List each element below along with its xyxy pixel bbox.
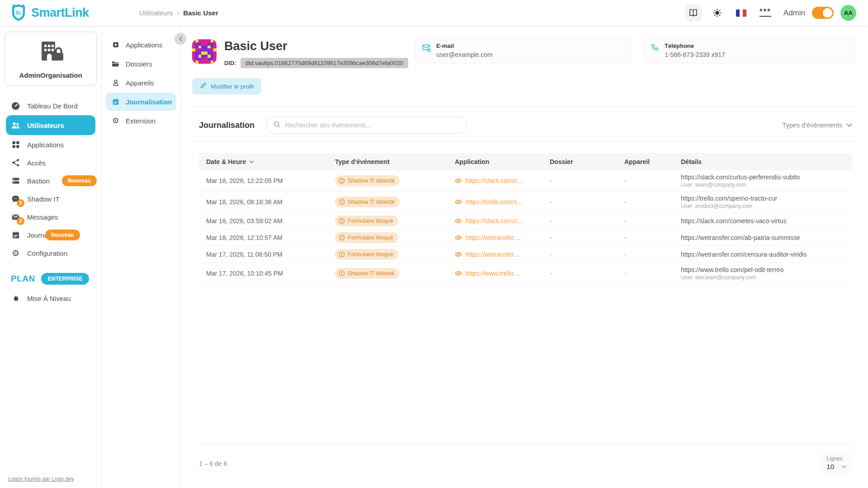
tab-dossiers[interactable]: Dossiers: [106, 55, 176, 73]
main-nav: Tableau De Bord Utilisateurs Application…: [0, 97, 101, 262]
cell-appareil: -: [617, 230, 674, 246]
tab-label: Applications: [126, 41, 162, 49]
sidebar-item-dashboard[interactable]: Tableau De Bord: [0, 97, 101, 115]
table-row: Mar 18, 2026, 12:22:05 PM Shadow IT déte…: [199, 170, 852, 192]
detail-url: https://trello.com/sperno-tracto-cur: [681, 195, 845, 202]
event-type-badge: Shadow IT détecté: [335, 175, 400, 186]
log-toolbar: Journalisation Types d'événements: [199, 117, 852, 134]
organisation-building-lock-icon: [35, 39, 66, 67]
sidebar-item-applications[interactable]: Applications: [0, 136, 101, 154]
pagination-range: 1 – 6 de 6: [199, 460, 227, 467]
breadcrumb-section[interactable]: Utilisateurs: [139, 9, 173, 17]
organisation-name: AdminOrganisation: [8, 71, 94, 79]
event-type-badge: Shadow IT détecté: [335, 197, 400, 207]
person-icon: [111, 79, 120, 87]
alert-circle-icon: [339, 270, 345, 277]
cell-date: Mar 18, 2026, 12:22:05 PM: [199, 170, 328, 192]
sidebar-item-shadow-it[interactable]: 3 Shadow IT: [0, 190, 101, 208]
pencil-icon: [200, 82, 207, 90]
brand-name: SmartLink: [31, 6, 89, 20]
application-link[interactable]: https://wetransfer....: [455, 251, 535, 258]
calendar-icon: [111, 98, 120, 106]
cell-dossier: -: [542, 170, 617, 192]
alert-circle-icon: [339, 235, 345, 241]
user-identicon-avatar: [192, 39, 217, 64]
docs-book-icon[interactable]: [685, 5, 702, 22]
messages-count-badge: 2: [17, 217, 24, 225]
detail-user: User: team@company.com: [681, 182, 845, 188]
gear-icon: ⚙: [11, 249, 20, 258]
application-link[interactable]: https://www.trello....: [455, 270, 535, 277]
table-pagination: 1 – 6 de 6 Lignes 10: [199, 444, 852, 474]
search-input[interactable]: [285, 122, 460, 129]
sidebar-item-access[interactable]: Accès: [0, 154, 101, 172]
section-divider: [192, 106, 859, 107]
table-row: Mar 17, 2026, 11:08:50 PM Formulaire blo…: [199, 246, 852, 263]
sidebar-item-configuration[interactable]: ⚙ Configuration: [0, 244, 101, 262]
flame-icon: [11, 294, 20, 303]
tab-journalisation[interactable]: Journalisation: [106, 93, 176, 111]
event-type-badge: Shadow IT détecté: [335, 268, 400, 279]
cell-appareil: -: [617, 246, 674, 263]
brand-logo[interactable]: SL SmartLink: [10, 3, 128, 23]
table-row: Mar 17, 2026, 10:10:45 PM Shadow IT déte…: [199, 263, 852, 284]
tab-extension[interactable]: ⚙ Extension: [106, 112, 176, 130]
eye-icon: [455, 235, 462, 241]
svg-text:SL: SL: [15, 10, 22, 15]
tab-applications[interactable]: Applications: [106, 36, 176, 54]
alert-circle-icon: [339, 251, 345, 258]
event-types-dropdown[interactable]: Types d'événements: [782, 122, 852, 129]
language-flag-icon[interactable]: [733, 5, 750, 22]
sidebar-item-upgrade[interactable]: Mise À Niveau: [0, 289, 101, 307]
application-link[interactable]: https://wetransfer....: [455, 234, 535, 241]
sort-chevron-icon: [249, 160, 254, 164]
email-card: E-mail user@example.com: [415, 37, 632, 64]
organisation-card[interactable]: AdminOrganisation: [5, 32, 97, 86]
application-link[interactable]: https://slack.com/c...: [455, 217, 535, 225]
log-section-title: Journalisation: [199, 121, 255, 130]
server-icon: [11, 176, 20, 186]
table-divider: [192, 141, 859, 141]
rows-per-page-select[interactable]: Lignes 10: [821, 452, 852, 474]
cell-dossier: -: [542, 192, 617, 213]
application-link[interactable]: https://slack.com/c...: [455, 177, 535, 184]
edit-profile-button[interactable]: Modifier le profil: [192, 78, 261, 94]
envelope-icon: [422, 43, 431, 64]
table-header-row: Date & Heure Type d'événement Applicatio…: [199, 153, 852, 170]
email-value: user@example.com: [436, 51, 493, 58]
application-link[interactable]: https://trello.com/s...: [455, 198, 535, 206]
breadcrumb-current: Basic User: [183, 9, 218, 17]
did-value-chip[interactable]: did:vaultys:01662770d69d81109817e359bcae…: [241, 58, 408, 68]
table-row: Mar 18, 2026, 12:10:57 AM Formulaire blo…: [199, 230, 852, 246]
users-icon: [11, 121, 20, 130]
breadcrumb-separator: ›: [177, 9, 179, 17]
sidebar-item-bastion[interactable]: Bastion Nouveau: [0, 172, 101, 190]
detail-url: https://www.trello.com/pel-odit-terreo: [681, 266, 845, 273]
admin-mode-toggle[interactable]: [812, 7, 834, 19]
events-table: Date & Heure Type d'événement Applicatio…: [199, 153, 852, 284]
tab-appareils[interactable]: Appareils: [106, 74, 176, 92]
theme-sun-icon[interactable]: [709, 5, 726, 22]
search-icon: [273, 121, 281, 130]
sidebar-item-label: Utilisateurs: [27, 122, 64, 129]
did-label: DID:: [224, 60, 236, 66]
sidebar-item-messages[interactable]: 2 Messages: [0, 208, 101, 226]
events-search[interactable]: [266, 117, 467, 134]
alert-circle-icon: [339, 178, 345, 184]
detail-url: https://wetransfer.com/ab-patria-summiss…: [681, 234, 845, 241]
credentials-icon[interactable]: ***: [757, 5, 774, 22]
col-type: Type d'événement: [328, 153, 448, 170]
shield-logo-icon: SL: [10, 3, 27, 23]
shadow-it-count-badge: 3: [17, 199, 24, 207]
user-avatar[interactable]: AA: [840, 5, 856, 21]
phone-label: Téléphone: [665, 42, 725, 49]
event-type-badge: Formulaire bloqué: [335, 216, 398, 226]
sidebar-item-label: Tableau De Bord: [27, 102, 78, 110]
collapse-sidebar-button[interactable]: [175, 33, 186, 45]
tab-label: Dossiers: [126, 60, 152, 68]
logo-provider-link[interactable]: Logos fournis par Logo.dev: [8, 476, 74, 482]
sidebar-item-journalisation[interactable]: Journalisation Nouveau: [0, 226, 101, 244]
sidebar-item-users[interactable]: Utilisateurs: [6, 115, 95, 135]
plan-label: PLAN: [11, 274, 35, 284]
col-date[interactable]: Date & Heure: [199, 153, 328, 170]
